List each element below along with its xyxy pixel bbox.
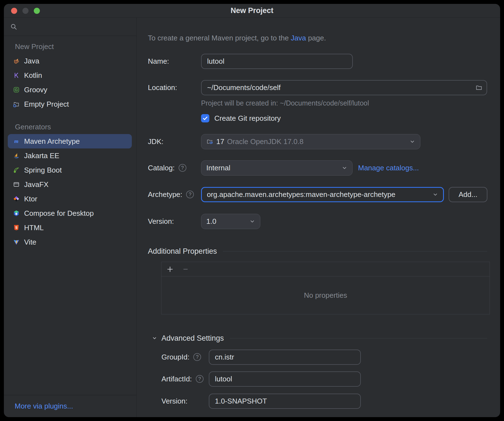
artifactid-label: ArtifactId: bbox=[161, 375, 192, 383]
jdk-combobox[interactable]: 17 Oracle OpenJDK 17.0.8 bbox=[201, 134, 420, 149]
main-panel: To create a general Maven project, go to… bbox=[137, 18, 500, 417]
sidebar-item-empty-project[interactable]: Empty Project bbox=[8, 97, 132, 111]
add-property-icon[interactable] bbox=[166, 265, 174, 273]
sidebar-item-label: Compose for Desktop bbox=[24, 209, 94, 218]
close-button[interactable] bbox=[11, 8, 17, 14]
archetype-row: Archetype: ? org.apache.maven.archetypes… bbox=[148, 187, 487, 202]
groovy-icon: G bbox=[13, 86, 20, 93]
compose-for-desktop-icon bbox=[13, 210, 20, 217]
create-git-checkbox[interactable] bbox=[201, 114, 209, 122]
sidebar-nav: New Project Java Kotlin G bbox=[4, 36, 136, 395]
jdk-folder-icon bbox=[206, 138, 214, 145]
archetype-combobox[interactable]: org.apache.maven.archetypes:maven-archet… bbox=[201, 187, 444, 202]
advanced-settings-title: Advanced Settings bbox=[161, 334, 224, 343]
empty-project-icon bbox=[13, 101, 20, 108]
properties-toolbar bbox=[161, 262, 490, 276]
additional-properties-section: Additional Properties bbox=[148, 243, 487, 259]
sidebar: New Project Java Kotlin G bbox=[4, 18, 137, 417]
section-rule bbox=[230, 338, 487, 338]
sidebar-item-label: Java bbox=[24, 57, 39, 65]
zoom-button[interactable] bbox=[34, 8, 40, 14]
advanced-settings-section[interactable]: Advanced Settings bbox=[151, 330, 487, 346]
location-note-row: Project will be created in: ~/Documents/… bbox=[201, 95, 369, 111]
advanced-version-row: Version: bbox=[161, 393, 361, 409]
remove-property-icon[interactable] bbox=[181, 265, 190, 273]
version-value: 1.0 bbox=[206, 217, 216, 226]
location-input[interactable] bbox=[201, 80, 487, 95]
location-row: Location: bbox=[148, 80, 487, 95]
svg-text:m: m bbox=[14, 138, 18, 144]
svg-text:G: G bbox=[15, 88, 18, 92]
jdk-label: JDK: bbox=[148, 137, 163, 146]
sidebar-item-kotlin[interactable]: Kotlin bbox=[8, 68, 132, 83]
sidebar-item-label: JavaFX bbox=[24, 180, 48, 189]
kotlin-icon bbox=[13, 72, 20, 79]
ktor-icon bbox=[13, 195, 20, 202]
minimize-button[interactable] bbox=[22, 8, 29, 14]
catalog-help-icon[interactable]: ? bbox=[179, 164, 186, 172]
section-header-generators: Generators bbox=[4, 120, 136, 134]
section-header-new-project: New Project bbox=[4, 39, 136, 54]
no-properties-text: No properties bbox=[161, 276, 490, 314]
html5-icon: 5 bbox=[13, 224, 20, 231]
maven-archetype-icon: m bbox=[13, 138, 20, 145]
search-icon bbox=[10, 23, 18, 31]
name-label: Name: bbox=[148, 57, 169, 66]
groupid-row: GroupId: ? bbox=[161, 349, 361, 365]
catalog-row: Catalog: ? Internal Manage catalogs... bbox=[148, 160, 419, 176]
traffic-lights bbox=[11, 4, 40, 17]
groupid-help-icon[interactable]: ? bbox=[193, 353, 201, 361]
manage-catalogs-link[interactable]: Manage catalogs... bbox=[358, 164, 419, 172]
catalog-combobox[interactable]: Internal bbox=[201, 160, 353, 176]
artifactid-input[interactable] bbox=[209, 371, 361, 387]
chevron-down-icon bbox=[249, 218, 256, 225]
sidebar-item-ktor[interactable]: Ktor bbox=[8, 192, 132, 206]
sidebar-item-javafx[interactable]: JavaFX bbox=[8, 177, 132, 192]
collapse-chevron-icon[interactable] bbox=[151, 335, 158, 341]
add-archetype-button[interactable]: Add... bbox=[449, 187, 487, 202]
sidebar-item-label: Kotlin bbox=[24, 71, 42, 80]
version-row: Version: 1.0 bbox=[148, 214, 260, 229]
java-page-link[interactable]: Java bbox=[291, 34, 306, 42]
sidebar-item-vite[interactable]: Vite bbox=[8, 235, 132, 249]
catalog-label: Catalog: bbox=[148, 164, 175, 172]
artifactid-row: ArtifactId: ? bbox=[161, 371, 361, 387]
name-input[interactable] bbox=[201, 54, 353, 69]
javafx-icon bbox=[13, 181, 20, 188]
jdk-version: 17 bbox=[216, 137, 224, 146]
sidebar-item-label: Maven Archetype bbox=[24, 137, 80, 146]
title-bar: New Project bbox=[4, 4, 500, 18]
java-icon bbox=[13, 57, 20, 65]
archetype-help-icon[interactable]: ? bbox=[186, 191, 194, 198]
sidebar-item-label: Ktor bbox=[24, 195, 37, 203]
sidebar-item-spring-boot[interactable]: Spring Boot bbox=[8, 163, 132, 177]
version-combobox[interactable]: 1.0 bbox=[201, 214, 260, 229]
hint-text-after: page. bbox=[306, 34, 326, 42]
artifactid-help-icon[interactable]: ? bbox=[196, 375, 204, 383]
sidebar-item-maven-archetype[interactable]: m Maven Archetype bbox=[8, 134, 132, 148]
git-row: Create Git repository bbox=[201, 111, 281, 126]
more-via-plugins-link[interactable]: More via plugins... bbox=[15, 402, 73, 410]
sidebar-search[interactable] bbox=[4, 18, 136, 36]
archetype-value: org.apache.maven.archetypes:maven-archet… bbox=[207, 190, 395, 199]
sidebar-item-java[interactable]: Java bbox=[8, 54, 132, 68]
location-label: Location: bbox=[148, 83, 177, 92]
archetype-label: Archetype: bbox=[148, 190, 182, 199]
sidebar-item-compose-for-desktop[interactable]: Compose for Desktop bbox=[8, 206, 132, 220]
hint-text-before: To create a general Maven project, go to… bbox=[148, 34, 291, 42]
advanced-version-input[interactable] bbox=[209, 394, 361, 409]
sidebar-item-html[interactable]: 5 HTML bbox=[8, 220, 132, 235]
chevron-down-icon bbox=[409, 138, 416, 145]
jakarta-ee-icon bbox=[13, 152, 20, 159]
location-note: Project will be created in: ~/Documents/… bbox=[201, 99, 369, 107]
sidebar-item-label: Groovy bbox=[24, 86, 47, 94]
checkmark-icon bbox=[202, 115, 209, 122]
sidebar-footer: More via plugins... bbox=[4, 395, 136, 417]
new-project-dialog: New Project New Project Java bbox=[4, 4, 500, 417]
additional-properties-title: Additional Properties bbox=[148, 247, 217, 256]
catalog-value: Internal bbox=[206, 164, 230, 172]
sidebar-item-jakarta-ee[interactable]: Jakarta EE bbox=[8, 148, 132, 163]
browse-folder-icon[interactable] bbox=[475, 84, 483, 91]
groupid-input[interactable] bbox=[209, 350, 361, 365]
sidebar-item-groovy[interactable]: G Groovy bbox=[8, 83, 132, 97]
